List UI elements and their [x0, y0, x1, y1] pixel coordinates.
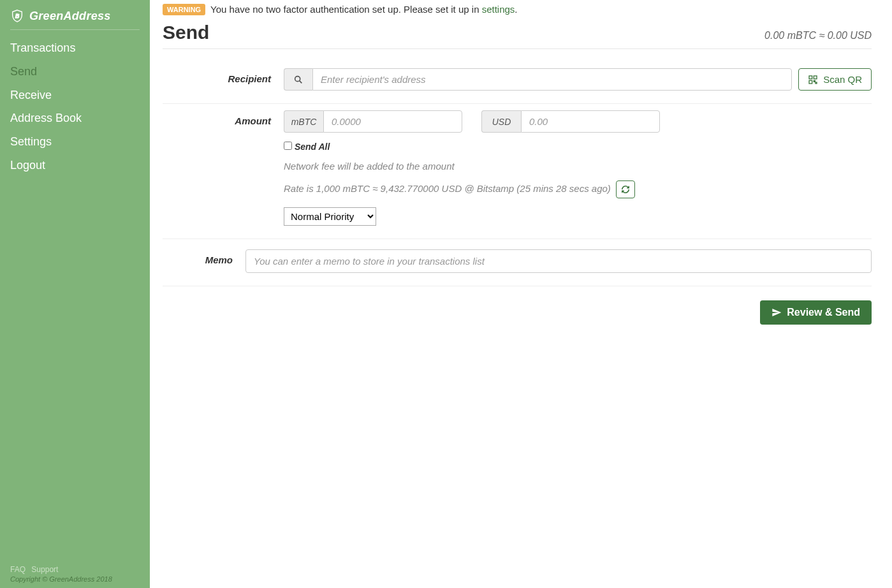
svg-line-2 [300, 80, 302, 83]
scan-qr-button[interactable]: Scan QR [798, 68, 872, 91]
brand-name: GreenAddress [29, 10, 111, 23]
nav-receive[interactable]: Receive [10, 84, 140, 107]
recipient-input-group [284, 68, 792, 91]
amount-fiat-input[interactable] [521, 110, 660, 133]
fee-note: Network fee will be added to the amount [284, 161, 872, 172]
footer-support-link[interactable]: Support [31, 565, 58, 574]
recipient-input[interactable] [312, 68, 792, 91]
priority-select[interactable]: Normal Priority [284, 207, 376, 226]
logo[interactable]: B GreenAddress [10, 6, 140, 30]
main-content: WARNING You have no two factor authentic… [150, 0, 892, 588]
page-header: Send 0.00 mBTC ≈ 0.00 USD [163, 22, 872, 49]
page-title: Send [163, 22, 209, 43]
svg-rect-7 [815, 82, 817, 84]
warning-badge: WARNING [163, 4, 205, 15]
nav-transactions[interactable]: Transactions [10, 36, 140, 60]
address-book-lookup-button[interactable] [284, 68, 312, 91]
sidebar-footer: FAQ Support Copyright © GreenAddress 201… [10, 565, 140, 583]
svg-rect-4 [814, 76, 817, 79]
paper-plane-icon [771, 307, 782, 318]
review-and-send-button[interactable]: Review & Send [760, 300, 872, 325]
send-all-checkbox[interactable] [284, 142, 292, 150]
svg-rect-6 [814, 80, 815, 82]
nav-address-book[interactable]: Address Book [10, 107, 140, 130]
refresh-icon [621, 185, 630, 194]
search-icon [293, 75, 303, 85]
shield-bitcoin-icon: B [10, 9, 24, 23]
balance-display: 0.00 mBTC ≈ 0.00 USD [764, 30, 872, 41]
send-all-label[interactable]: Send All [295, 142, 330, 152]
fiat-unit-label: USD [481, 110, 521, 133]
svg-text:B: B [15, 13, 19, 19]
amount-crypto-input[interactable] [323, 110, 462, 133]
sidebar-nav: Transactions Send Receive Address Book S… [10, 36, 140, 177]
recipient-section: Recipient [163, 62, 872, 104]
memo-input[interactable] [245, 249, 872, 273]
warning-banner: WARNING You have no two factor authentic… [163, 4, 872, 15]
svg-rect-3 [809, 76, 812, 79]
amount-section: Amount mBTC USD Send Al [163, 104, 872, 239]
memo-label: Memo [163, 249, 245, 265]
footer-copyright: Copyright © GreenAddress 2018 [10, 575, 140, 583]
rate-note: Rate is 1,000 mBTC ≈ 9,432.770000 USD @ … [284, 183, 611, 194]
nav-send[interactable]: Send [10, 60, 140, 84]
rate-note-row: Rate is 1,000 mBTC ≈ 9,432.770000 USD @ … [284, 180, 872, 198]
refresh-rate-button[interactable] [616, 180, 635, 198]
sidebar: B GreenAddress Transactions Send Receive… [0, 0, 150, 588]
nav-logout[interactable]: Logout [10, 154, 140, 177]
warning-settings-link[interactable]: settings [482, 4, 515, 15]
crypto-unit-label: mBTC [284, 110, 323, 133]
actions-row: Review & Send [163, 300, 872, 325]
warning-text: You have no two factor authentication se… [210, 4, 482, 15]
svg-rect-5 [809, 80, 812, 84]
footer-faq-link[interactable]: FAQ [10, 565, 26, 574]
qr-icon [808, 75, 818, 85]
memo-section: Memo [163, 239, 872, 286]
nav-settings[interactable]: Settings [10, 130, 140, 154]
svg-point-1 [295, 76, 300, 81]
recipient-label: Recipient [163, 68, 284, 84]
amount-label: Amount [163, 110, 284, 126]
